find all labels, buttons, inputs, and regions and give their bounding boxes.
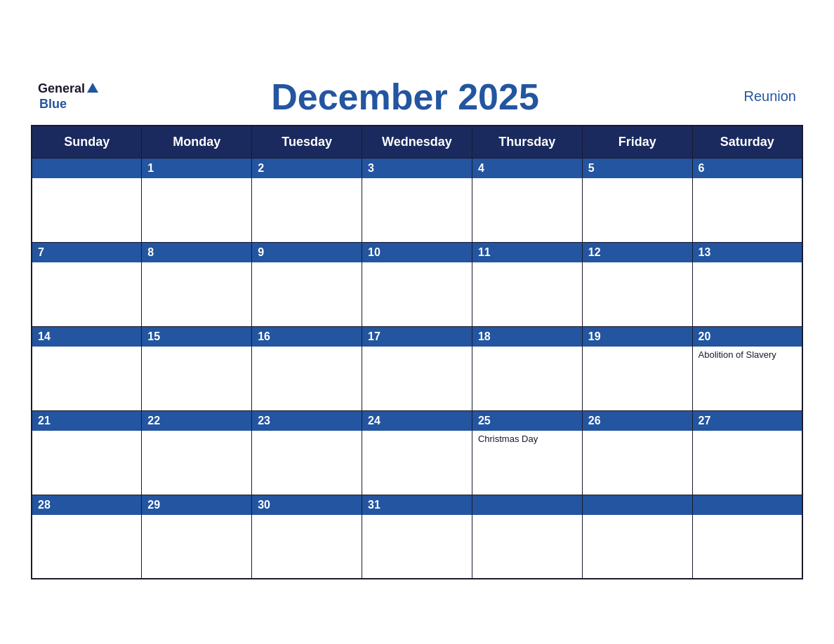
calendar-cell [582, 495, 692, 579]
calendar-cell: 3 [362, 158, 472, 242]
calendar-cell: 29 [142, 495, 252, 579]
logo-general-text: General [38, 81, 85, 97]
calendar-cell: 15 [142, 326, 252, 410]
calendar-cell: 2 [252, 158, 362, 242]
calendar-cell [472, 495, 582, 579]
day-number: 12 [583, 243, 692, 262]
day-number: 17 [362, 327, 472, 347]
holiday-label: Christmas Day [472, 431, 582, 447]
calendar-cell: 9 [252, 242, 362, 326]
day-number: 29 [142, 495, 251, 515]
day-number: 30 [252, 495, 362, 515]
calendar-cell: 4 [472, 158, 582, 242]
calendar-cell [692, 495, 802, 579]
day-number: 18 [472, 327, 582, 347]
calendar-cell: 21 [32, 410, 142, 495]
day-number: 19 [583, 327, 692, 347]
calendar-cell: 13 [692, 242, 802, 326]
day-number: 13 [693, 243, 802, 262]
header-monday: Monday [142, 126, 252, 159]
calendar-cell: 27 [692, 410, 802, 495]
calendar-cell: 26 [582, 410, 692, 495]
calendar-cell: 28 [32, 495, 142, 579]
holiday-label: Abolition of Slavery [693, 347, 802, 363]
day-number: 8 [142, 243, 251, 262]
day-number: 11 [472, 243, 582, 262]
day-number: 10 [362, 243, 472, 262]
calendar-cell: 16 [252, 326, 362, 410]
calendar-cell: 6 [692, 158, 802, 242]
logo-triangle-icon [87, 83, 98, 93]
header-saturday: Saturday [692, 126, 802, 159]
day-number: 3 [362, 159, 472, 178]
day-number: 25 [472, 411, 582, 431]
header-wednesday: Wednesday [362, 126, 472, 159]
calendar-cell: 10 [362, 242, 472, 326]
calendar-cell: 12 [582, 242, 692, 326]
calendar-cell: 18 [472, 326, 582, 410]
calendar-cell: 24 [362, 410, 472, 495]
day-number: 1 [142, 159, 251, 178]
calendar-header: General Blue December 2025 Reunion [31, 65, 803, 125]
empty-day-bar [472, 495, 582, 515]
empty-day-bar [693, 495, 802, 515]
calendar-cell: 20Abolition of Slavery [692, 326, 802, 410]
calendar-cell: 7 [32, 242, 142, 326]
header-friday: Friday [582, 126, 692, 159]
header-tuesday: Tuesday [252, 126, 362, 159]
calendar-cell: 1 [142, 158, 252, 242]
header-sunday: Sunday [32, 126, 142, 159]
calendar-week-row: 14151617181920Abolition of Slavery [32, 326, 802, 410]
calendar-wrapper: General Blue December 2025 Reunion Sunda… [31, 65, 803, 580]
day-number: 15 [142, 327, 251, 347]
empty-day-bar [583, 495, 692, 515]
calendar-table: Sunday Monday Tuesday Wednesday Thursday… [31, 125, 803, 580]
day-number: 21 [32, 411, 141, 431]
calendar-title: December 2025 [271, 76, 539, 118]
calendar-cell: 19 [582, 326, 692, 410]
day-number: 26 [583, 411, 692, 431]
day-number: 5 [583, 159, 692, 178]
weekday-header-row: Sunday Monday Tuesday Wednesday Thursday… [32, 126, 802, 159]
calendar-cell: 30 [252, 495, 362, 579]
day-number: 6 [693, 159, 802, 178]
day-number: 28 [32, 495, 141, 515]
header-thursday: Thursday [472, 126, 582, 159]
calendar-cell: 23 [252, 410, 362, 495]
day-number: 14 [32, 327, 141, 347]
calendar-week-row: 123456 [32, 158, 802, 242]
empty-day-bar [32, 159, 141, 178]
calendar-week-row: 28293031 [32, 495, 802, 579]
calendar-week-row: 78910111213 [32, 242, 802, 326]
day-number: 27 [693, 411, 802, 431]
calendar-cell [32, 158, 142, 242]
day-number: 4 [472, 159, 582, 178]
day-number: 23 [252, 411, 362, 431]
calendar-week-row: 2122232425Christmas Day2627 [32, 410, 802, 495]
calendar-cell: 25Christmas Day [472, 410, 582, 495]
calendar-cell: 11 [472, 242, 582, 326]
calendar-cell: 22 [142, 410, 252, 495]
calendar-cell: 14 [32, 326, 142, 410]
calendar-cell: 8 [142, 242, 252, 326]
calendar-cell: 31 [362, 495, 472, 579]
day-number: 7 [32, 243, 141, 262]
day-number: 20 [693, 327, 802, 347]
logo-blue-text: Blue [39, 97, 67, 112]
day-number: 24 [362, 411, 472, 431]
day-number: 2 [252, 159, 362, 178]
logo: General Blue [38, 81, 98, 112]
region-label: Reunion [712, 88, 796, 105]
day-number: 22 [142, 411, 251, 431]
calendar-cell: 17 [362, 326, 472, 410]
day-number: 9 [252, 243, 362, 262]
day-number: 16 [252, 327, 362, 347]
day-number: 31 [362, 495, 472, 515]
calendar-cell: 5 [582, 158, 692, 242]
